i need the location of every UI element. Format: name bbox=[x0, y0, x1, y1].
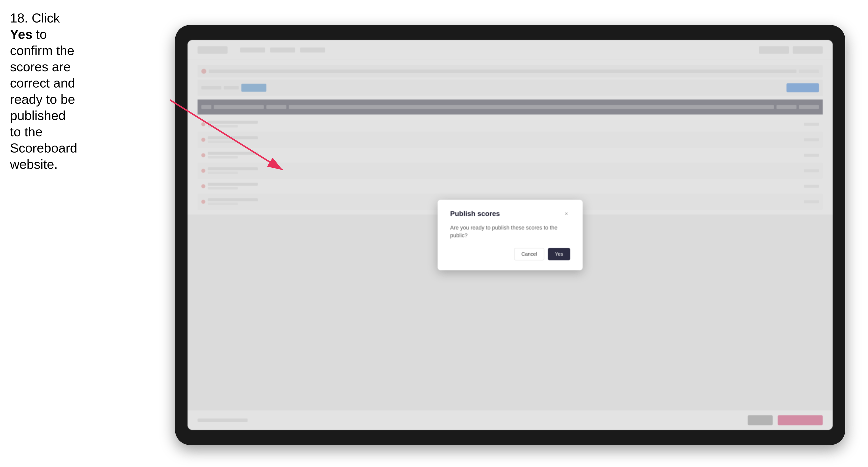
modal-dialog: Publish scores × Are you ready to publis… bbox=[438, 200, 583, 271]
instruction-number: 18. bbox=[10, 11, 28, 25]
instruction-text: 18. Click Yes to confirm the scores are … bbox=[10, 10, 80, 173]
tablet-screen: Publish scores × Are you ready to publis… bbox=[188, 40, 833, 430]
modal-header: Publish scores × bbox=[450, 210, 570, 218]
modal-actions: Cancel Yes bbox=[450, 248, 570, 260]
tablet-device: Publish scores × Are you ready to publis… bbox=[175, 25, 845, 445]
modal-title: Publish scores bbox=[450, 210, 500, 218]
instruction-plain: Click bbox=[28, 11, 60, 25]
instruction-bold: Yes bbox=[10, 27, 32, 41]
close-icon[interactable]: × bbox=[563, 210, 570, 218]
modal-overlay: Publish scores × Are you ready to publis… bbox=[188, 40, 833, 430]
cancel-button[interactable]: Cancel bbox=[514, 248, 544, 260]
modal-body: Are you ready to publish these scores to… bbox=[450, 224, 570, 240]
yes-button[interactable]: Yes bbox=[548, 248, 570, 260]
instruction-rest: to confirm the scores are correct and re… bbox=[10, 27, 77, 172]
